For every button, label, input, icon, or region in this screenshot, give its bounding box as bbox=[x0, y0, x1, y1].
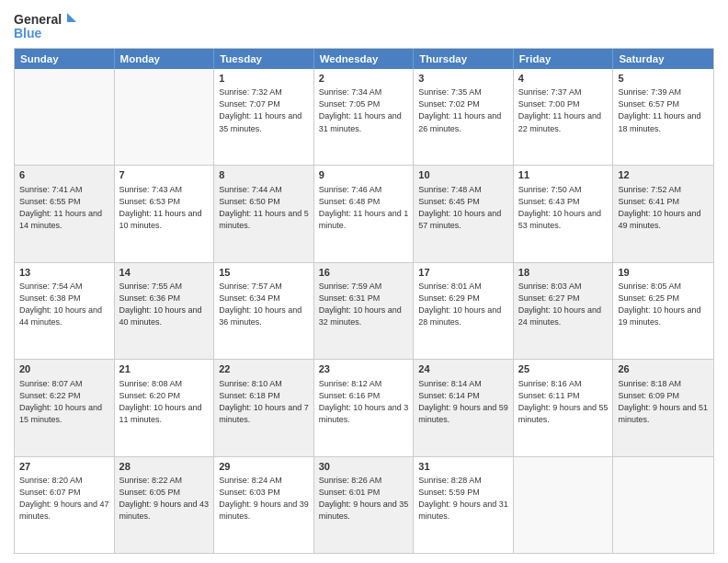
day-number: 31 bbox=[418, 460, 508, 474]
day-number: 9 bbox=[319, 168, 409, 182]
cell-info: Sunrise: 7:43 AM Sunset: 6:53 PM Dayligh… bbox=[119, 184, 210, 232]
day-number: 30 bbox=[319, 460, 409, 474]
calendar-cell: 29Sunrise: 8:24 AM Sunset: 6:03 PM Dayli… bbox=[214, 457, 314, 553]
day-number: 21 bbox=[119, 362, 210, 376]
calendar: SundayMondayTuesdayWednesdayThursdayFrid… bbox=[14, 48, 714, 554]
calendar-cell bbox=[115, 69, 215, 165]
cell-info: Sunrise: 7:37 AM Sunset: 7:00 PM Dayligh… bbox=[518, 86, 609, 134]
day-number: 8 bbox=[219, 168, 309, 182]
calendar-cell: 14Sunrise: 7:55 AM Sunset: 6:36 PM Dayli… bbox=[115, 263, 215, 359]
day-number: 12 bbox=[618, 168, 709, 182]
day-number: 10 bbox=[418, 168, 508, 182]
cell-info: Sunrise: 8:20 AM Sunset: 6:07 PM Dayligh… bbox=[19, 475, 109, 523]
calendar-cell: 2Sunrise: 7:34 AM Sunset: 7:05 PM Daylig… bbox=[314, 69, 415, 165]
calendar-cell: 16Sunrise: 7:59 AM Sunset: 6:31 PM Dayli… bbox=[314, 263, 415, 359]
calendar-cell: 1Sunrise: 7:32 AM Sunset: 7:07 PM Daylig… bbox=[214, 69, 314, 165]
calendar-cell: 5Sunrise: 7:39 AM Sunset: 6:57 PM Daylig… bbox=[613, 69, 713, 165]
calendar-cell: 22Sunrise: 8:10 AM Sunset: 6:18 PM Dayli… bbox=[214, 360, 314, 455]
cell-info: Sunrise: 8:08 AM Sunset: 6:20 PM Dayligh… bbox=[119, 378, 210, 426]
cell-info: Sunrise: 7:32 AM Sunset: 7:07 PM Dayligh… bbox=[219, 86, 309, 134]
calendar-cell bbox=[15, 69, 115, 165]
cell-info: Sunrise: 8:22 AM Sunset: 6:05 PM Dayligh… bbox=[119, 475, 210, 523]
day-number: 24 bbox=[418, 362, 508, 376]
day-number: 2 bbox=[319, 72, 409, 86]
header-day-thursday: Thursday bbox=[414, 49, 514, 69]
day-number: 25 bbox=[518, 362, 609, 376]
cell-info: Sunrise: 8:14 AM Sunset: 6:14 PM Dayligh… bbox=[418, 378, 508, 426]
calendar-row-3: 20Sunrise: 8:07 AM Sunset: 6:22 PM Dayli… bbox=[15, 359, 713, 455]
cell-info: Sunrise: 7:48 AM Sunset: 6:45 PM Dayligh… bbox=[418, 184, 508, 232]
cell-info: Sunrise: 7:46 AM Sunset: 6:48 PM Dayligh… bbox=[319, 184, 409, 232]
cell-info: Sunrise: 8:03 AM Sunset: 6:27 PM Dayligh… bbox=[518, 281, 609, 328]
calendar-cell bbox=[613, 457, 713, 553]
calendar-cell: 21Sunrise: 8:08 AM Sunset: 6:20 PM Dayli… bbox=[115, 360, 215, 455]
day-number: 26 bbox=[618, 362, 709, 376]
calendar-cell: 30Sunrise: 8:26 AM Sunset: 6:01 PM Dayli… bbox=[314, 457, 415, 553]
calendar-cell: 8Sunrise: 7:44 AM Sunset: 6:50 PM Daylig… bbox=[214, 166, 314, 261]
header-day-monday: Monday bbox=[115, 49, 215, 69]
day-number: 1 bbox=[219, 72, 309, 86]
day-number: 20 bbox=[19, 362, 109, 376]
cell-info: Sunrise: 7:55 AM Sunset: 6:36 PM Dayligh… bbox=[119, 281, 210, 328]
calendar-row-0: 1Sunrise: 7:32 AM Sunset: 7:07 PM Daylig… bbox=[15, 69, 713, 165]
day-number: 23 bbox=[319, 362, 409, 376]
cell-info: Sunrise: 7:41 AM Sunset: 6:55 PM Dayligh… bbox=[19, 184, 109, 232]
calendar-cell: 15Sunrise: 7:57 AM Sunset: 6:34 PM Dayli… bbox=[214, 263, 314, 359]
calendar-row-2: 13Sunrise: 7:54 AM Sunset: 6:38 PM Dayli… bbox=[15, 262, 713, 359]
day-number: 7 bbox=[119, 168, 210, 182]
header-day-wednesday: Wednesday bbox=[314, 49, 415, 69]
cell-info: Sunrise: 7:39 AM Sunset: 6:57 PM Dayligh… bbox=[618, 86, 709, 134]
cell-info: Sunrise: 8:10 AM Sunset: 6:18 PM Dayligh… bbox=[219, 378, 309, 426]
calendar-cell: 13Sunrise: 7:54 AM Sunset: 6:38 PM Dayli… bbox=[15, 263, 115, 359]
header: GeneralBlue bbox=[14, 9, 714, 42]
cell-info: Sunrise: 7:44 AM Sunset: 6:50 PM Dayligh… bbox=[219, 184, 309, 232]
cell-info: Sunrise: 8:05 AM Sunset: 6:25 PM Dayligh… bbox=[618, 281, 709, 328]
cell-info: Sunrise: 7:50 AM Sunset: 6:43 PM Dayligh… bbox=[518, 184, 609, 232]
header-day-saturday: Saturday bbox=[613, 49, 713, 69]
day-number: 18 bbox=[518, 266, 609, 280]
calendar-cell: 18Sunrise: 8:03 AM Sunset: 6:27 PM Dayli… bbox=[514, 263, 614, 359]
day-number: 14 bbox=[119, 266, 210, 280]
cell-info: Sunrise: 8:28 AM Sunset: 5:59 PM Dayligh… bbox=[418, 475, 508, 523]
svg-text:Blue: Blue bbox=[14, 26, 42, 40]
calendar-cell bbox=[514, 457, 614, 553]
day-number: 28 bbox=[119, 460, 210, 474]
cell-info: Sunrise: 7:59 AM Sunset: 6:31 PM Dayligh… bbox=[319, 281, 409, 328]
cell-info: Sunrise: 8:07 AM Sunset: 6:22 PM Dayligh… bbox=[19, 378, 109, 426]
cell-info: Sunrise: 7:35 AM Sunset: 7:02 PM Dayligh… bbox=[418, 86, 508, 134]
calendar-cell: 24Sunrise: 8:14 AM Sunset: 6:14 PM Dayli… bbox=[414, 360, 514, 455]
calendar-cell: 23Sunrise: 8:12 AM Sunset: 6:16 PM Dayli… bbox=[314, 360, 415, 455]
day-number: 22 bbox=[219, 362, 309, 376]
cell-info: Sunrise: 8:26 AM Sunset: 6:01 PM Dayligh… bbox=[319, 475, 409, 523]
calendar-cell: 19Sunrise: 8:05 AM Sunset: 6:25 PM Dayli… bbox=[613, 263, 713, 359]
cell-info: Sunrise: 7:34 AM Sunset: 7:05 PM Dayligh… bbox=[319, 86, 409, 134]
day-number: 6 bbox=[19, 168, 109, 182]
calendar-cell: 20Sunrise: 8:07 AM Sunset: 6:22 PM Dayli… bbox=[15, 360, 115, 455]
day-number: 3 bbox=[418, 72, 508, 86]
svg-text:General: General bbox=[14, 12, 62, 27]
page: GeneralBlue SundayMondayTuesdayWednesday… bbox=[0, 0, 728, 563]
calendar-cell: 28Sunrise: 8:22 AM Sunset: 6:05 PM Dayli… bbox=[115, 457, 215, 553]
day-number: 17 bbox=[418, 266, 508, 280]
day-number: 29 bbox=[219, 460, 309, 474]
header-day-sunday: Sunday bbox=[15, 49, 115, 69]
cell-info: Sunrise: 8:18 AM Sunset: 6:09 PM Dayligh… bbox=[618, 378, 709, 426]
cell-info: Sunrise: 8:12 AM Sunset: 6:16 PM Dayligh… bbox=[319, 378, 409, 426]
cell-info: Sunrise: 8:01 AM Sunset: 6:29 PM Dayligh… bbox=[418, 281, 508, 328]
day-number: 11 bbox=[518, 168, 609, 182]
calendar-cell: 26Sunrise: 8:18 AM Sunset: 6:09 PM Dayli… bbox=[613, 360, 713, 455]
calendar-cell: 17Sunrise: 8:01 AM Sunset: 6:29 PM Dayli… bbox=[414, 263, 514, 359]
logo-icon: GeneralBlue bbox=[14, 9, 78, 42]
calendar-cell: 10Sunrise: 7:48 AM Sunset: 6:45 PM Dayli… bbox=[414, 166, 514, 261]
cell-info: Sunrise: 8:16 AM Sunset: 6:11 PM Dayligh… bbox=[518, 378, 609, 426]
calendar-header: SundayMondayTuesdayWednesdayThursdayFrid… bbox=[15, 49, 713, 69]
header-day-friday: Friday bbox=[514, 49, 614, 69]
day-number: 16 bbox=[319, 266, 409, 280]
calendar-body: 1Sunrise: 7:32 AM Sunset: 7:07 PM Daylig… bbox=[15, 69, 713, 553]
calendar-cell: 7Sunrise: 7:43 AM Sunset: 6:53 PM Daylig… bbox=[115, 166, 215, 261]
day-number: 4 bbox=[518, 72, 609, 86]
calendar-cell: 9Sunrise: 7:46 AM Sunset: 6:48 PM Daylig… bbox=[314, 166, 415, 261]
cell-info: Sunrise: 7:54 AM Sunset: 6:38 PM Dayligh… bbox=[19, 281, 109, 328]
svg-marker-2 bbox=[67, 13, 76, 22]
cell-info: Sunrise: 7:57 AM Sunset: 6:34 PM Dayligh… bbox=[219, 281, 309, 328]
